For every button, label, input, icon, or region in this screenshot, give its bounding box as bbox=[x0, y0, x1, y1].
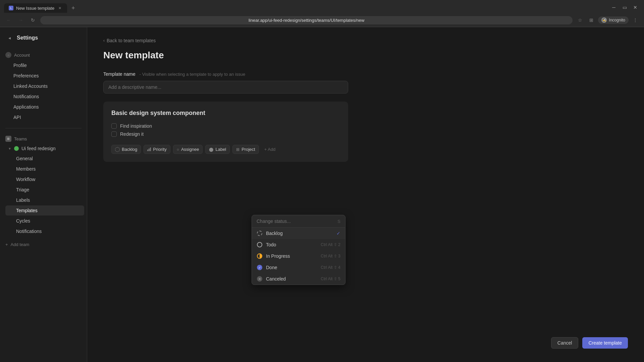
template-name-label-row: Template name - Visible when selecting a… bbox=[103, 71, 628, 77]
teams-section: ⊞ Teams ▼ Ui feed redesign General Membe… bbox=[0, 131, 87, 239]
status-dropdown: S Backlog ✓ Todo Ctrl Alt ⇧ 2 bbox=[252, 215, 345, 285]
sidebar-item-members[interactable]: Members bbox=[5, 164, 84, 174]
backlog-chip-label: Backlog bbox=[122, 147, 137, 152]
window-controls: ─ ▭ ✕ bbox=[609, 3, 640, 13]
dropdown-item-cancelled[interactable]: Canceled Ctrl Alt ⇧ 5 bbox=[252, 273, 345, 285]
team-name-label: Ui feed redesign bbox=[21, 146, 56, 151]
template-name-hint: - Visible when selecting a template to a… bbox=[140, 72, 246, 77]
sidebar-item-linked-accounts[interactable]: Linked Accounts bbox=[3, 81, 84, 91]
sidebar-item-templates[interactable]: Templates bbox=[5, 205, 84, 216]
sidebar-item-preferences-label: Preferences bbox=[13, 73, 39, 78]
add-team-icon: + bbox=[5, 242, 8, 247]
add-team-button[interactable]: + Add team bbox=[0, 239, 87, 250]
team-color-dot bbox=[14, 146, 19, 151]
cancelled-shortcut: Ctrl Alt ⇧ 5 bbox=[321, 277, 340, 281]
incognito-icon: 🕵 bbox=[601, 17, 607, 23]
breadcrumb[interactable]: ‹ Back to team templates bbox=[103, 38, 628, 43]
template-name-input[interactable] bbox=[103, 81, 348, 94]
incognito-badge[interactable]: 🕵 Incognito bbox=[598, 16, 629, 24]
extension-button[interactable]: ⊞ bbox=[587, 15, 596, 25]
template-name-label: Template name bbox=[103, 71, 136, 77]
checklist-checkbox-0[interactable] bbox=[111, 123, 117, 129]
dropdown-item-in-progress[interactable]: In Progress Ctrl Alt ⇧ 3 bbox=[252, 250, 345, 262]
sidebar: ◂ Settings ○ Account Profile Preferences… bbox=[0, 27, 87, 362]
label-icon: ⬤ bbox=[209, 147, 213, 152]
menu-button[interactable]: ⋮ bbox=[631, 15, 640, 25]
page-title: New template bbox=[103, 50, 628, 61]
sidebar-item-labels[interactable]: Labels bbox=[5, 195, 84, 205]
checklist-checkbox-1[interactable] bbox=[111, 131, 117, 137]
sidebar-item-preferences[interactable]: Preferences bbox=[3, 71, 84, 81]
app-layout: ◂ Settings ○ Account Profile Preferences… bbox=[0, 27, 644, 362]
add-more-button[interactable]: + Add bbox=[262, 145, 278, 154]
sidebar-collapse-button[interactable]: ◂ bbox=[5, 34, 13, 42]
cancel-button[interactable]: Cancel bbox=[551, 337, 579, 349]
active-tab[interactable]: L New Issue template ✕ bbox=[4, 3, 67, 13]
project-chip[interactable]: ⊞ Project bbox=[232, 145, 259, 154]
templates-label: Templates bbox=[16, 208, 38, 213]
address-bar[interactable]: linear.app/ui-feed-redesign/settings/tea… bbox=[40, 16, 573, 24]
dropdown-search-row: S bbox=[252, 215, 345, 228]
back-button[interactable]: ← bbox=[4, 15, 13, 25]
sidebar-item-applications[interactable]: Applications bbox=[3, 102, 84, 112]
account-icon: ○ bbox=[5, 52, 11, 58]
sidebar-item-linked-accounts-label: Linked Accounts bbox=[13, 83, 48, 89]
dropdown-search-shortcut: S bbox=[337, 219, 340, 224]
template-name-section: Template name - Visible when selecting a… bbox=[103, 71, 628, 94]
tab-title: New Issue template bbox=[16, 6, 54, 11]
assignee-chip-label: Assignee bbox=[181, 147, 199, 152]
dropdown-item-backlog[interactable]: Backlog ✓ bbox=[252, 228, 345, 239]
sidebar-item-notifications-label: Notifications bbox=[13, 94, 39, 99]
checklist-label-1: Redesign it bbox=[120, 131, 144, 137]
team-notifications-label: Notifications bbox=[16, 229, 42, 234]
dropdown-search-input[interactable] bbox=[257, 219, 337, 224]
done-shortcut: Ctrl Alt ⇧ 4 bbox=[321, 265, 340, 270]
sidebar-item-workflow[interactable]: Workflow bbox=[5, 174, 84, 184]
sidebar-item-cycles[interactable]: Cycles bbox=[5, 216, 84, 226]
sidebar-item-api[interactable]: API bbox=[3, 112, 84, 122]
create-label: Create template bbox=[588, 340, 622, 346]
sidebar-item-notifications[interactable]: Notifications bbox=[3, 92, 84, 102]
backlog-status-icon bbox=[257, 230, 263, 236]
priority-chip[interactable]: Priority bbox=[144, 145, 170, 154]
dropdown-item-inprogress-label: In Progress bbox=[266, 253, 290, 259]
minimize-button[interactable]: ─ bbox=[609, 3, 619, 12]
assignee-icon: ○ bbox=[177, 147, 179, 152]
priority-icon bbox=[147, 147, 151, 151]
priority-chip-label: Priority bbox=[153, 147, 166, 152]
project-chip-label: Project bbox=[241, 147, 255, 152]
issue-card: Basic design system component Find inspi… bbox=[103, 102, 348, 162]
new-tab-button[interactable]: + bbox=[68, 3, 78, 13]
members-label: Members bbox=[16, 166, 36, 172]
teams-icon: ⊞ bbox=[5, 136, 11, 142]
maximize-button[interactable]: ▭ bbox=[620, 3, 629, 12]
create-template-button[interactable]: Create template bbox=[582, 337, 628, 349]
backlog-chip[interactable]: Backlog bbox=[111, 145, 141, 154]
breadcrumb-label: Back to team templates bbox=[107, 38, 156, 43]
assignee-chip[interactable]: ○ Assignee bbox=[173, 145, 203, 154]
reload-button[interactable]: ↻ bbox=[28, 15, 38, 25]
team-item-ui-feed[interactable]: ▼ Ui feed redesign bbox=[0, 144, 87, 153]
tab-favicon: L bbox=[9, 6, 13, 10]
teams-section-header[interactable]: ⊞ Teams bbox=[0, 134, 87, 144]
sidebar-item-general[interactable]: General bbox=[5, 154, 84, 164]
sidebar-item-triage[interactable]: Triage bbox=[5, 185, 84, 195]
sidebar-item-applications-label: Applications bbox=[13, 104, 39, 110]
teams-label: Teams bbox=[14, 136, 27, 141]
add-more-label: + Add bbox=[264, 147, 276, 152]
sidebar-item-profile[interactable]: Profile bbox=[3, 60, 84, 70]
dropdown-item-done[interactable]: Done Ctrl Alt ⇧ 4 bbox=[252, 262, 345, 273]
triage-label: Triage bbox=[16, 187, 29, 192]
cancelled-status-icon bbox=[257, 276, 263, 282]
bookmark-button[interactable]: ☆ bbox=[575, 15, 585, 25]
close-button[interactable]: ✕ bbox=[631, 3, 640, 12]
done-status-icon bbox=[257, 264, 263, 270]
dropdown-item-todo[interactable]: Todo Ctrl Alt ⇧ 2 bbox=[252, 239, 345, 250]
tab-close-button[interactable]: ✕ bbox=[57, 5, 62, 11]
sidebar-item-profile-label: Profile bbox=[13, 63, 27, 68]
label-chip[interactable]: ⬤ Label bbox=[205, 145, 230, 154]
tab-bar: L New Issue template ✕ + ─ ▭ ✕ bbox=[0, 0, 644, 13]
forward-button[interactable]: → bbox=[16, 15, 25, 25]
sidebar-item-team-notifications[interactable]: Notifications bbox=[5, 226, 84, 236]
labels-label: Labels bbox=[16, 197, 30, 203]
